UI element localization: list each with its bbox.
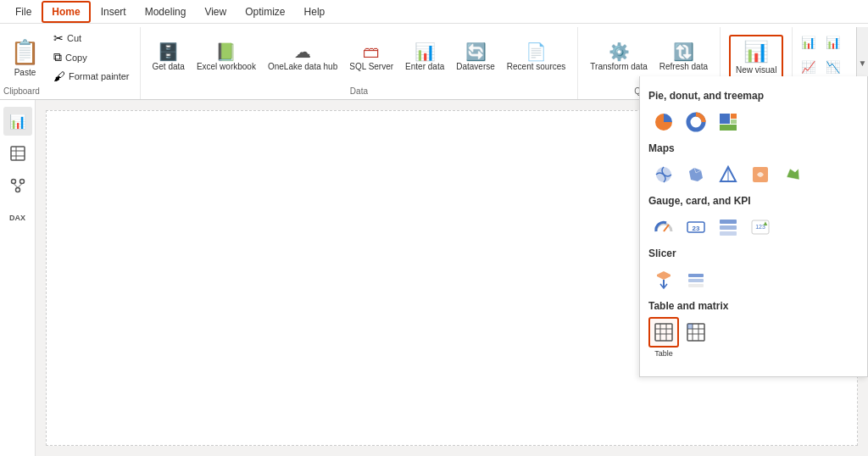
svg-rect-29 [688, 279, 704, 282]
transform-label: Transform data [590, 62, 647, 72]
new-visual-button[interactable]: 📊 New visual [729, 35, 783, 81]
sidebar-dax[interactable]: DAX [3, 203, 32, 232]
svg-text:▲: ▲ [762, 220, 769, 227]
map-visual[interactable] [648, 159, 679, 190]
clipboard-group: 📋 Paste ✂ Cut ⧉ Copy 🖌 Format painter Cl… [0, 27, 141, 99]
svg-point-6 [15, 188, 19, 192]
svg-rect-23 [720, 231, 737, 236]
sql-server-button[interactable]: 🗃 SQL Server [344, 40, 398, 75]
sql-label: SQL Server [349, 62, 393, 72]
transform-data-button[interactable]: ⚙️ Transform data [585, 40, 652, 75]
cut-label: Cut [67, 33, 81, 43]
transform-icon: ⚙️ [609, 43, 630, 60]
new-visual-icon: 📊 [743, 40, 769, 64]
recent-sources-icon: 📄 [526, 43, 547, 60]
pie-section-title: Pie, donut, and treemap [648, 90, 859, 102]
treemap-visual[interactable] [713, 107, 743, 137]
azure-map-visual[interactable] [713, 159, 743, 190]
menu-file[interactable]: File [7, 3, 40, 21]
cut-button[interactable]: ✂ Cut [50, 30, 133, 47]
sidebar-report[interactable]: 📊 [3, 107, 32, 136]
menu-home[interactable]: Home [42, 1, 90, 23]
menu-modeling[interactable]: Modeling [136, 3, 195, 21]
slicer-section-title: Slicer [648, 247, 859, 259]
clipboard-small-buttons: ✂ Cut ⧉ Copy 🖌 Format painter [50, 31, 133, 84]
refresh-label: Refresh data [659, 62, 708, 72]
clustered-bar-icon[interactable]: 📊 [821, 31, 844, 54]
menu-optimize[interactable]: Optimize [236, 3, 293, 21]
card-visual[interactable]: 23 [681, 212, 711, 242]
left-sidebar: 📊 DAX [0, 100, 36, 456]
excel-label: Excel workbook [197, 62, 256, 72]
table-visual-label: Table [654, 349, 673, 358]
enter-data-label: Enter data [405, 62, 444, 72]
onelake-icon: ☁ [294, 43, 311, 60]
excel-workbook-button[interactable]: 📗 Excel workbook [192, 40, 261, 75]
menu-help[interactable]: Help [296, 3, 334, 21]
gauge-visual[interactable] [648, 212, 679, 242]
menu-insert[interactable]: Insert [92, 3, 135, 21]
slicer-visual[interactable] [648, 264, 679, 295]
refresh-icon: 🔃 [673, 43, 694, 60]
gauge-section-title: Gauge, card, and KPI [648, 195, 859, 207]
enter-data-icon: 📊 [415, 43, 436, 60]
sidebar-model[interactable] [3, 171, 32, 200]
recent-sources-button[interactable]: 📄 Recent sources [502, 40, 570, 75]
sidebar-data[interactable] [3, 139, 32, 168]
clipboard-label: Clipboard [3, 86, 40, 96]
paste-icon: 📋 [10, 38, 40, 66]
copy-icon: ⧉ [53, 50, 62, 64]
data-label: Data [350, 86, 368, 96]
dataverse-label: Dataverse [456, 62, 495, 72]
arcgis-map-visual[interactable] [745, 159, 776, 190]
matrix-visual[interactable] [681, 317, 711, 348]
copy-label: Copy [65, 53, 87, 63]
dataverse-button[interactable]: 🔄 Dataverse [451, 40, 500, 75]
shape-map-visual[interactable] [777, 159, 808, 190]
menu-view[interactable]: View [196, 3, 235, 21]
copy-button[interactable]: ⧉ Copy [50, 48, 133, 66]
multirow-card-visual[interactable] [713, 212, 743, 242]
table-visual[interactable]: Table [648, 317, 679, 348]
menu-bar: File Home Insert Modeling View Optimize … [0, 0, 868, 24]
gauge-icons-row: 23 123▲ [648, 212, 859, 242]
main-area: 📊 DAX Pie, donut, and treemap Maps [0, 100, 868, 456]
onelake-button[interactable]: ☁ OneLake data hub [263, 40, 342, 75]
recent-sources-label: Recent sources [507, 62, 565, 72]
svg-rect-30 [688, 284, 704, 287]
clustered-col-icon[interactable]: 📉 [821, 55, 844, 79]
svg-rect-28 [688, 274, 704, 277]
svg-line-8 [18, 184, 22, 188]
stacked-col-icon[interactable]: 📈 [796, 55, 820, 79]
enter-data-button[interactable]: 📊 Enter data [400, 40, 449, 75]
svg-point-5 [19, 180, 24, 184]
refresh-data-button[interactable]: 🔃 Refresh data [654, 40, 713, 75]
get-data-button[interactable]: 🗄️ Get data [147, 40, 190, 75]
maps-icons-row [648, 159, 859, 190]
filled-map-visual[interactable] [681, 159, 711, 190]
excel-icon: 📗 [215, 43, 236, 60]
pie-chart-visual[interactable] [648, 107, 679, 137]
stacked-bar-icon[interactable]: 📊 [796, 31, 820, 54]
svg-rect-12 [731, 120, 737, 124]
svg-rect-31 [655, 324, 672, 341]
visuals-panel: Pie, donut, and treemap Maps [639, 76, 868, 377]
kpi-visual[interactable]: 123▲ [745, 212, 776, 242]
table-section-title: Table and matrix [648, 300, 859, 312]
svg-line-7 [14, 184, 18, 188]
table-icons-row: Table [648, 317, 859, 364]
data-group-items: 🗄️ Get data 📗 Excel workbook ☁ OneLake d… [147, 31, 571, 84]
paste-button[interactable]: 📋 Paste [3, 31, 47, 84]
format-painter-button[interactable]: 🖌 Format painter [50, 68, 133, 85]
paste-label: Paste [14, 68, 36, 77]
svg-rect-21 [720, 220, 737, 224]
donut-chart-visual[interactable] [681, 107, 711, 137]
new-visual-label: New visual [736, 65, 776, 75]
svg-rect-41 [687, 324, 693, 329]
get-data-icon: 🗄️ [158, 43, 179, 60]
maps-section-title: Maps [648, 142, 859, 154]
slicer2-visual[interactable] [681, 264, 711, 295]
svg-rect-0 [11, 147, 25, 160]
svg-rect-22 [720, 225, 737, 230]
get-data-label: Get data [153, 62, 185, 72]
